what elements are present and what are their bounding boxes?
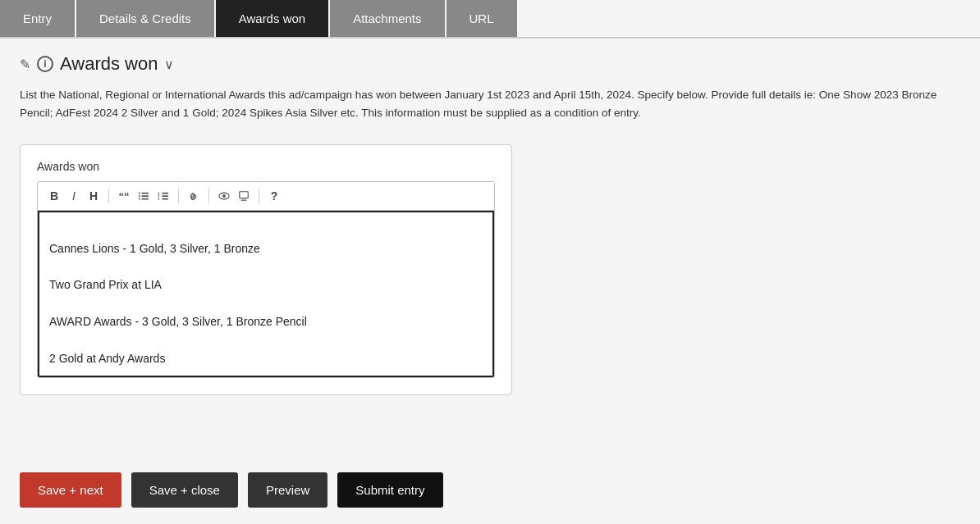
edit-icon[interactable]: ✎ bbox=[20, 57, 30, 72]
svg-rect-1 bbox=[141, 195, 149, 197]
italic-button[interactable]: I bbox=[64, 187, 84, 205]
editor-line-4: 2 Gold at Andy Awards bbox=[49, 352, 165, 365]
main-content: ✎ i Awards won ∨ List the National, Regi… bbox=[0, 39, 980, 456]
list-unordered-button[interactable] bbox=[134, 188, 153, 204]
link-icon bbox=[188, 190, 199, 202]
svg-point-3 bbox=[139, 193, 140, 194]
editor-area[interactable]: Cannes Lions - 1 Gold, 3 Silver, 1 Bronz… bbox=[38, 211, 494, 377]
tab-awards-won[interactable]: Awards won bbox=[216, 0, 328, 37]
svg-rect-0 bbox=[141, 193, 149, 194]
list-ordered-button[interactable]: 1 2 3 bbox=[153, 188, 173, 204]
tab-url[interactable]: URL bbox=[446, 0, 517, 37]
svg-text:3: 3 bbox=[158, 197, 160, 201]
editor-line-2: Two Grand Prix at LIA bbox=[49, 278, 162, 291]
editor-line-3: AWARD Awards - 3 Gold, 3 Silver, 1 Bronz… bbox=[49, 315, 307, 328]
svg-rect-6 bbox=[162, 193, 168, 194]
list-ul-icon bbox=[138, 190, 149, 202]
editor-line-1: Cannes Lions - 1 Gold, 3 Silver, 1 Bronz… bbox=[49, 242, 260, 255]
tab-entry[interactable]: Entry bbox=[0, 0, 75, 37]
bold-button[interactable]: B bbox=[44, 187, 64, 205]
bottom-bar: Save + next Save + close Preview Submit … bbox=[0, 456, 980, 524]
svg-rect-15 bbox=[241, 200, 247, 201]
eye-icon bbox=[218, 190, 230, 202]
awards-card-label: Awards won bbox=[37, 160, 495, 173]
list-ol-icon: 1 2 3 bbox=[158, 190, 169, 202]
chevron-down-icon[interactable]: ∨ bbox=[164, 57, 174, 72]
svg-rect-8 bbox=[162, 198, 168, 200]
submit-entry-button[interactable]: Submit entry bbox=[337, 472, 442, 508]
page-header: ✎ i Awards won ∨ bbox=[20, 53, 960, 75]
svg-point-4 bbox=[139, 195, 140, 197]
info-icon[interactable]: i bbox=[37, 56, 53, 72]
svg-rect-2 bbox=[141, 198, 149, 200]
tab-details-credits[interactable]: Details & Credits bbox=[76, 0, 214, 37]
preview-button[interactable]: Preview bbox=[248, 472, 327, 508]
page-title: Awards won bbox=[60, 53, 158, 75]
preview-toggle-button[interactable] bbox=[214, 188, 234, 204]
editor-toolbar: B I H ““ bbox=[38, 182, 494, 211]
svg-rect-14 bbox=[240, 192, 249, 198]
toolbar-separator-1 bbox=[108, 189, 109, 203]
quote-button[interactable]: ““ bbox=[114, 188, 134, 205]
edit-pencil-icon bbox=[238, 190, 250, 202]
svg-rect-7 bbox=[162, 195, 168, 197]
tabs-bar: Entry Details & Credits Awards won Attac… bbox=[0, 0, 980, 39]
page-description: List the National, Regional or Internati… bbox=[20, 86, 955, 121]
toolbar-separator-3 bbox=[208, 189, 209, 203]
svg-point-13 bbox=[222, 194, 226, 198]
edit-toggle-button[interactable] bbox=[234, 188, 254, 204]
svg-point-5 bbox=[139, 198, 140, 200]
heading-button[interactable]: H bbox=[84, 187, 103, 205]
awards-card: Awards won B I H ““ bbox=[20, 144, 512, 395]
save-close-button[interactable]: Save + close bbox=[131, 472, 238, 508]
toolbar-separator-2 bbox=[178, 189, 179, 203]
tab-attachments[interactable]: Attachments bbox=[330, 0, 444, 37]
toolbar-separator-4 bbox=[259, 189, 259, 203]
link-button[interactable] bbox=[184, 188, 204, 204]
help-button[interactable]: ? bbox=[264, 187, 284, 205]
save-next-button[interactable]: Save + next bbox=[20, 472, 121, 508]
editor-wrapper: B I H ““ bbox=[37, 181, 495, 378]
